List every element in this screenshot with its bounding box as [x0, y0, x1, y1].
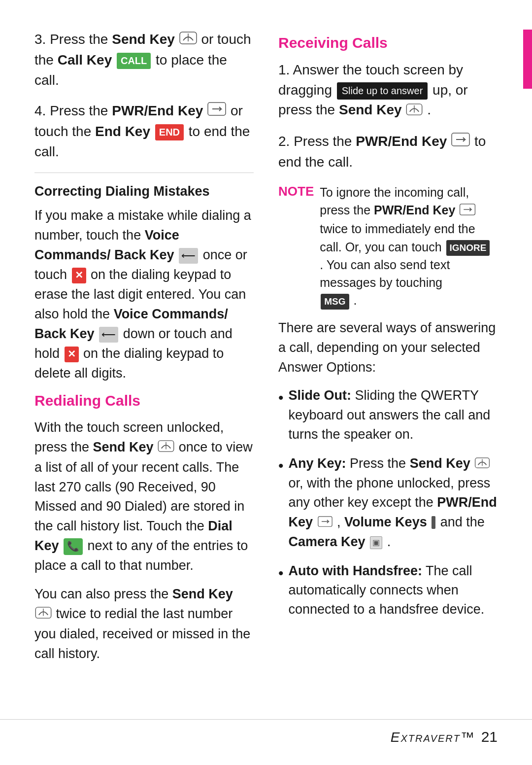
send-key-icon-bullet [474, 454, 490, 474]
pwr-key-icon-recv [451, 132, 470, 152]
step-4-number: 4. [34, 103, 50, 118]
redialing-body: With the touch screen unlocked, press th… [34, 418, 254, 576]
pwr-key-icon-note [459, 202, 476, 220]
slide-badge: Slide up to answer [337, 82, 428, 100]
step-4-pwr-key-label: PWR/End Key [112, 103, 203, 118]
step-4-end-key-label: End Key [95, 124, 150, 139]
step-3-number: 3. [34, 32, 50, 47]
send-key-icon-recv [406, 101, 423, 121]
page-footer: Extravert™ 21 [0, 719, 532, 745]
receiving-heading: Receiving Calls [278, 35, 498, 51]
page-container: 3. Press the Send Key or touch the Call … [0, 0, 532, 765]
bullet-slide-out-text: Slide Out: Sliding the QWERTY keyboard o… [289, 386, 498, 444]
del-key-icon-1: ✕ [72, 268, 86, 283]
accent-bar [523, 30, 532, 89]
camera-key-icon: ▣ [370, 536, 382, 549]
ignore-badge: IGNORE [446, 240, 490, 256]
step-3: 3. Press the Send Key or touch the Call … [34, 30, 254, 90]
bullet-dot-1: • [278, 387, 284, 409]
pwr-key-icon [207, 102, 226, 122]
left-column: 3. Press the Send Key or touch the Call … [34, 30, 254, 673]
right-column: Receiving Calls 1. Answer the touch scre… [278, 30, 498, 629]
dial-key-icon: 📞 [64, 538, 83, 555]
receiving-pwr-key-label: PWR/End Key [356, 134, 447, 149]
bullet-handsfree-text: Auto with Handsfree: The call automatica… [289, 561, 498, 619]
step-4-text-pre: Press the [50, 103, 112, 118]
step-3-send-key-label: Send Key [112, 32, 175, 47]
bullet-dot-3: • [278, 562, 284, 584]
correcting-body: If you make a mistake while dialing a nu… [34, 206, 254, 383]
volume-key-icon [432, 516, 435, 529]
send-key-icon [179, 30, 197, 50]
note-text: To ignore the incoming call, press the P… [320, 183, 498, 310]
call-badge: CALL [117, 53, 151, 69]
receiving-step-2-number: 2. [278, 134, 294, 149]
footer-brand: Extravert™ [391, 730, 475, 745]
any-key-cam: Camera Key [289, 534, 366, 549]
any-key-vol: Volume Keys [344, 515, 427, 529]
any-key-send-key: Send Key [410, 456, 470, 471]
send-key-icon-3 [35, 605, 52, 625]
step-3-text-pre: Press the [50, 32, 112, 47]
end-badge: END [155, 124, 184, 140]
send-key-label-redial: Send Key [93, 440, 154, 454]
back-key-icon: ⟵ [179, 248, 198, 264]
answer-options-list: • Slide Out: Sliding the QWERTY keyboard… [278, 386, 498, 619]
send-key-icon-2 [158, 438, 174, 458]
step-3-call-key-label: Call Key [58, 52, 112, 68]
step-4: 4. Press the PWR/End Key or touch the En… [34, 101, 254, 162]
note-pwr-key: PWR/End Key [374, 203, 455, 217]
ways-text: There are several ways of answering a ca… [278, 318, 498, 378]
back-key-icon-2: ⟵ [99, 327, 118, 343]
bullet-any-key: • Any Key: Press the Send Key [278, 454, 498, 552]
bullet-handsfree: • Auto with Handsfree: The call automati… [278, 561, 498, 619]
correcting-heading: Correcting Dialing Mistakes [34, 184, 254, 199]
send-key-label-2: Send Key [172, 587, 233, 601]
redialing-body-2: You can also press the Send Key twice to… [34, 585, 254, 664]
receiving-send-key-label: Send Key [339, 102, 402, 117]
bullet-any-key-text: Any Key: Press the Send Key or, with the [289, 454, 498, 552]
two-column-layout: 3. Press the Send Key or touch the Call … [34, 30, 498, 673]
footer-page-number: 21 [481, 729, 498, 745]
pwr-key-icon-bullet [317, 513, 333, 532]
redialing-heading: Redialing Calls [34, 392, 254, 409]
receiving-step-1: 1. Answer the touch screen by dragging S… [278, 60, 498, 121]
bullet-slide-out: • Slide Out: Sliding the QWERTY keyboard… [278, 386, 498, 444]
del-key-icon-2: ✕ [65, 347, 79, 362]
note-block: NOTE To ignore the incoming call, press … [278, 183, 498, 310]
receiving-step-1-number: 1. [278, 62, 293, 77]
msg-badge: MSG [321, 294, 349, 310]
bullet-dot-2: • [278, 455, 284, 477]
receiving-step-2: 2. Press the PWR/End Key to end the call… [278, 132, 498, 173]
divider [34, 173, 254, 173]
note-label: NOTE [278, 184, 314, 310]
